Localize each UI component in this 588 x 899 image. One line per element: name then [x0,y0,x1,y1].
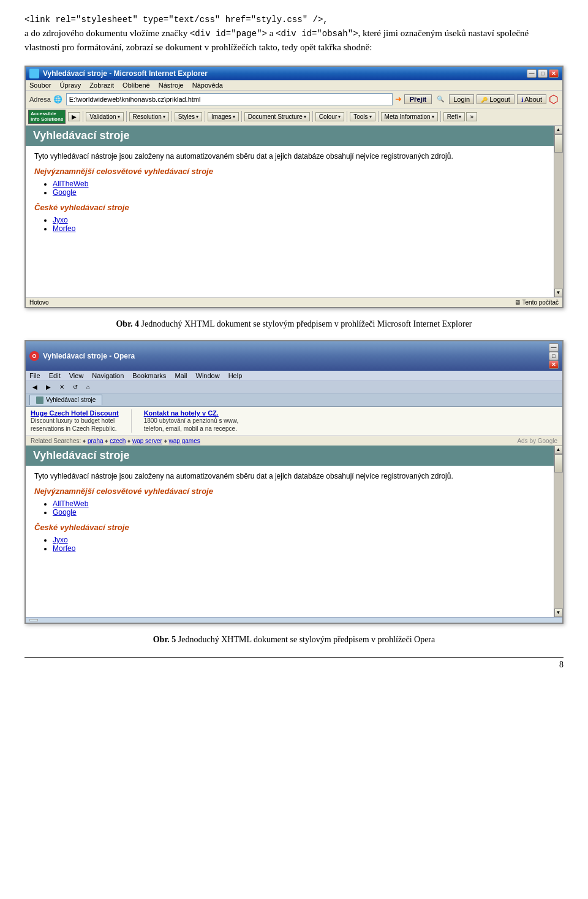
opera-menu-bookmarks[interactable]: Bookmarks [132,372,166,379]
ie-menu-zobrazit[interactable]: Zobrazit [89,82,114,89]
opera-menu-window[interactable]: Window [196,372,220,379]
ie-toolbar-metainfo[interactable]: Meta Information ▾ [381,112,438,121]
opera-scrollbar[interactable]: ▲ ▼ [554,446,562,617]
opera-forward-button[interactable]: ▶ [43,382,54,392]
ie-go-button[interactable]: Přejít [404,94,432,104]
opera-link-morfeo[interactable]: Morfeo [53,544,75,553]
opera-scroll-thumb[interactable] [554,454,563,472]
ie-toolbar-docstructure[interactable]: Document Structure ▾ [244,112,310,121]
ie-menu-oblibene[interactable]: Oblíbené [123,82,150,89]
ie-toolbar-sep2 [126,111,127,122]
caption1-text: Jednoduchý XHTML dokument se stylovým př… [141,319,472,328]
ie-toolbar-validation[interactable]: Validation ▾ [86,112,123,121]
ie-scrollbar[interactable]: ▲ ▼ [554,126,562,297]
ie-scroll-down[interactable]: ▼ [554,289,563,297]
opera-ad2-title[interactable]: Kontakt na hotely v CZ. [144,409,239,417]
ie-toolbar-styles[interactable]: Styles ▾ [175,112,202,121]
caption1-label: Obr. 4 [116,319,139,328]
caption2-label: Obr. 5 [153,635,176,644]
opera-menu-file[interactable]: File [29,372,40,379]
ie-status-text: Hotovo [29,299,49,306]
ie-link-morfeo[interactable]: Morfeo [53,224,75,233]
opera-menu-mail[interactable]: Mail [175,372,187,379]
ie-menu-upravy[interactable]: Úpravy [59,82,81,89]
ie-menu-soubor[interactable]: Soubor [29,82,51,89]
ie-toolbar-icon-btn[interactable]: ▶ [68,112,80,121]
opera-toolbar: ◀ ▶ ✕ ↺ ⌂ [26,381,562,393]
ie-link-alltheweb[interactable]: AllTheWeb [53,180,88,188]
ie-toolbar-images[interactable]: Images ▾ [208,112,239,121]
caption1: Obr. 4 Jednoduchý XHTML dokument se styl… [24,319,564,329]
opera-close-button[interactable]: ✕ [549,360,559,369]
opera-back-button[interactable]: ◀ [29,382,40,392]
opera-related-praha[interactable]: praha [88,438,104,444]
opera-page-header: Vyhledávací stroje [26,446,554,466]
opera-tab-bar: Vyhledávací stroje [26,393,562,407]
ie-about-button[interactable]: ℹ About [517,94,546,104]
opera-tab-icon [36,396,43,404]
ie-link-google[interactable]: Google [53,188,77,197]
ie-scroll-track [554,134,563,289]
ie-logout-button[interactable]: 🔑 Logout [477,94,514,104]
ie-close-button[interactable]: ✕ [549,69,559,78]
opera-tab-main[interactable]: Vyhledávací stroje [29,395,102,405]
ie-addressbar: Adresa 🌐 ➜ Přejít 🔍 Login 🔑 Logout ℹ Abo… [26,91,562,108]
ie-go-arrow[interactable]: ➜ [395,94,402,104]
page-number: 8 [24,657,564,670]
opera-ad2-text1: 1800 ubytování a penzionů s www, [144,417,239,425]
opera-menu-view[interactable]: View [69,372,84,379]
opera-related-wap-server[interactable]: wap server [132,438,162,444]
opera-link-jyxo[interactable]: Jyxo [53,536,68,544]
ie-scroll-up[interactable]: ▲ [554,126,563,134]
opera-related-wap-games[interactable]: wap games [169,438,200,444]
ie-scroll-thumb[interactable] [554,134,563,153]
list-item: AllTheWeb [53,180,545,188]
ie-minimize-button[interactable]: — [527,69,537,78]
ie-title-icon [29,69,39,78]
ie-menu-nastroje[interactable]: Nástroje [159,82,184,89]
ie-maximize-button[interactable]: □ [538,69,548,78]
opera-home-button[interactable]: ⌂ [83,382,93,392]
code-div-page: <div id="page"> [190,29,267,39]
ie-search-icon[interactable]: 🔍 [434,95,447,103]
ie-page-header: Vyhledávací stroje [26,126,554,146]
opera-scroll-up[interactable]: ▲ [554,446,563,454]
ie-menu-napoveda[interactable]: Nápověda [192,82,223,89]
opera-menubar: File Edit View Navigation Bookmarks Mail… [26,371,562,381]
list-item: Google [53,188,545,197]
opera-menu-navigation[interactable]: Navigation [92,372,124,379]
opera-status-text [30,620,37,621]
opera-main-area: Vyhledávací stroje Tyto vyhledávací nást… [26,446,562,617]
opera-scroll-track [554,454,563,609]
opera-menu-edit[interactable]: Edit [49,372,61,379]
opera-link-google[interactable]: Google [53,508,77,517]
opera-window-buttons: — □ ✕ [549,343,559,369]
ie-status-right: 🖥 Tento počítač [514,299,559,306]
opera-minimize-button[interactable]: — [549,343,559,352]
opera-link-alltheweb[interactable]: AllTheWeb [53,499,88,508]
ie-titlebar: Vyhledávací stroje - Microsoft Internet … [26,67,562,80]
ie-adobe-icon[interactable]: ⬡ [549,93,559,106]
ie-section1-links: AllTheWeb Google [53,180,545,197]
opera-ad1-title[interactable]: Huge Czech Hotel Discount [31,409,119,417]
ie-toolbar-tools[interactable]: Tools ▾ [350,112,375,121]
ie-toolbar-more[interactable]: » [466,112,477,121]
opera-stop-button[interactable]: ✕ [56,382,67,392]
ie-toolbar-sep7 [347,111,347,122]
opera-restore-button[interactable]: □ [549,352,559,360]
opera-scroll-down[interactable]: ▼ [554,609,563,617]
ie-section1-heading: Nejvýznamnější celosvětové vyhledávací s… [34,167,545,176]
ie-address-input[interactable] [66,93,393,105]
ie-link-jyxo[interactable]: Jyxo [53,216,68,224]
opera-menu-help[interactable]: Help [228,372,243,379]
ie-login-button[interactable]: Login [449,94,474,104]
opera-related-czech[interactable]: czech [110,438,126,444]
ie-toolbar-resolution[interactable]: Resolution ▾ [129,112,169,121]
opera-ad1-text1: Discount luxury to budget hotel [31,417,119,425]
opera-section2-links: Jyxo Morfeo [53,536,545,553]
ie-toolbar-colour[interactable]: Colour ▾ [315,112,344,121]
opera-section2-heading: České vyhledávací stroje [34,523,545,532]
opera-page-content: Vyhledávací stroje Tyto vyhledávací nást… [26,446,554,617]
opera-reload-button[interactable]: ↺ [70,382,81,392]
ie-toolbar-refi[interactable]: Refi ▾ [443,112,466,121]
